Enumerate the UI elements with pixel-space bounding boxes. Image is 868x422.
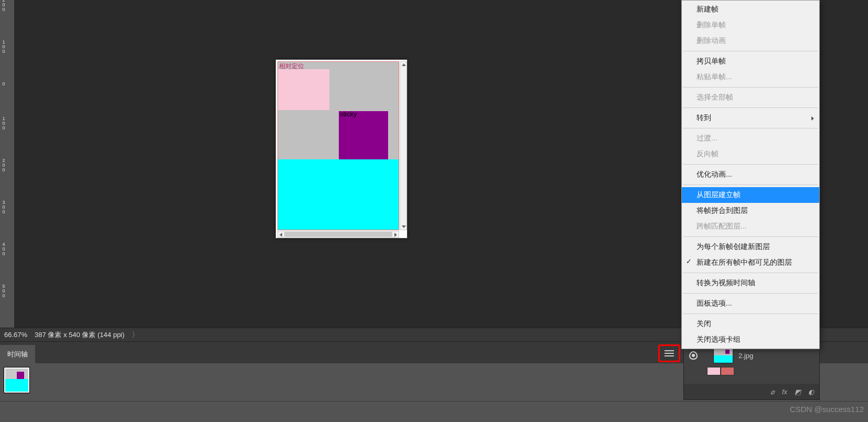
ruler-tick: 200 xyxy=(1,0,6,12)
menu-separator xyxy=(683,185,818,185)
ruler-tick: 100 xyxy=(1,40,6,54)
ruler-tick: 500 xyxy=(1,284,6,298)
menu-new-layers-visible-all-frames[interactable]: 新建在所有帧中都可见的图层 xyxy=(682,255,819,270)
ruler-tick: 0 xyxy=(1,82,6,86)
menu-close-tab-group[interactable]: 关闭选项卡组 xyxy=(682,332,819,348)
menu-separator xyxy=(683,128,818,128)
document-content: 相对定位 sticky xyxy=(277,61,399,230)
menu-separator xyxy=(683,51,818,51)
menu-create-layer-per-frame[interactable]: 为每个新帧创建新图层 xyxy=(682,239,819,255)
menu-separator xyxy=(683,164,818,165)
ruler-tick: 400 xyxy=(1,242,6,256)
menu-flatten-frames-into-layers[interactable]: 将帧拼合到图层 xyxy=(682,203,819,219)
scrollbar-horizontal[interactable] xyxy=(277,231,399,238)
menu-match-layer-across-frames: 跨帧匹配图层... xyxy=(682,219,819,234)
frame-thumbnail[interactable]: 1 xyxy=(4,367,29,393)
app-bottom-bar xyxy=(0,401,868,422)
adjustment-icon[interactable]: ◐ xyxy=(808,388,814,396)
mask-icon[interactable]: ◩ xyxy=(795,388,801,396)
timeline-panel-menu: 新建帧 删除单帧 删除动画 拷贝单帧 粘贴单帧... 选择全部帧 转到 过渡..… xyxy=(681,0,820,349)
layers-panel: 2.jpg ⌀ fx ◩ ◐ xyxy=(683,341,820,400)
link-icon[interactable]: ⌀ xyxy=(770,388,775,396)
menu-delete-frame: 删除单帧 xyxy=(682,17,819,33)
ruler-tick: 200 xyxy=(1,158,6,172)
timeline-tab[interactable]: 时间轴 xyxy=(0,345,35,364)
fx-icon[interactable]: fx xyxy=(782,388,787,396)
menu-paste-frame: 粘贴单帧... xyxy=(682,69,819,85)
document-preview[interactable]: 相对定位 sticky xyxy=(275,59,408,239)
menu-new-frame[interactable]: 新建帧 xyxy=(682,2,819,17)
layer-thumb-small xyxy=(707,367,735,376)
pink-box xyxy=(278,69,329,110)
menu-panel-options[interactable]: 面板选项... xyxy=(682,296,819,311)
layer-name[interactable]: 2.jpg xyxy=(738,352,753,360)
layers-toolbar: ⌀ fx ◩ ◐ xyxy=(684,384,819,399)
panel-menu-icon[interactable] xyxy=(665,350,674,356)
menu-convert-video-timeline[interactable]: 转换为视频时间轴 xyxy=(682,275,819,291)
vertical-ruler: 200 100 0 100 200 300 400 500 xyxy=(0,0,15,328)
menu-reverse-frames: 反向帧 xyxy=(682,146,819,162)
doc-info: 387 像素 x 540 像素 (144 ppi) xyxy=(35,330,124,340)
scrollbar-vertical[interactable] xyxy=(400,61,407,230)
menu-separator xyxy=(683,87,818,88)
menu-make-frames-from-layers[interactable]: 从图层建立帧 xyxy=(682,187,819,203)
ruler-tick: 100 xyxy=(1,116,6,131)
menu-separator xyxy=(683,107,818,108)
panel-menu-button-highlight xyxy=(658,344,680,362)
visibility-eye-icon[interactable] xyxy=(689,351,698,360)
cyan-box xyxy=(278,159,399,230)
ruler-tick: 300 xyxy=(1,200,6,214)
menu-close[interactable]: 关闭 xyxy=(682,316,819,332)
menu-delete-animation: 删除动画 xyxy=(682,33,819,49)
chevron-right-icon[interactable]: 〉 xyxy=(132,330,139,340)
menu-optimize-animation[interactable]: 优化动画... xyxy=(682,167,819,182)
purple-box: sticky xyxy=(339,111,388,159)
menu-select-all-frames: 选择全部帧 xyxy=(682,90,819,105)
menu-separator xyxy=(683,273,818,273)
menu-separator xyxy=(683,313,818,314)
menu-separator xyxy=(683,293,818,294)
zoom-level[interactable]: 66.67% xyxy=(4,331,27,339)
menu-tween: 过渡... xyxy=(682,131,819,146)
menu-copy-frame[interactable]: 拷贝单帧 xyxy=(682,53,819,69)
sticky-label: sticky xyxy=(340,110,357,118)
menu-goto[interactable]: 转到 xyxy=(682,110,819,126)
menu-separator xyxy=(683,236,818,237)
layer-thumbnail[interactable] xyxy=(713,348,733,363)
